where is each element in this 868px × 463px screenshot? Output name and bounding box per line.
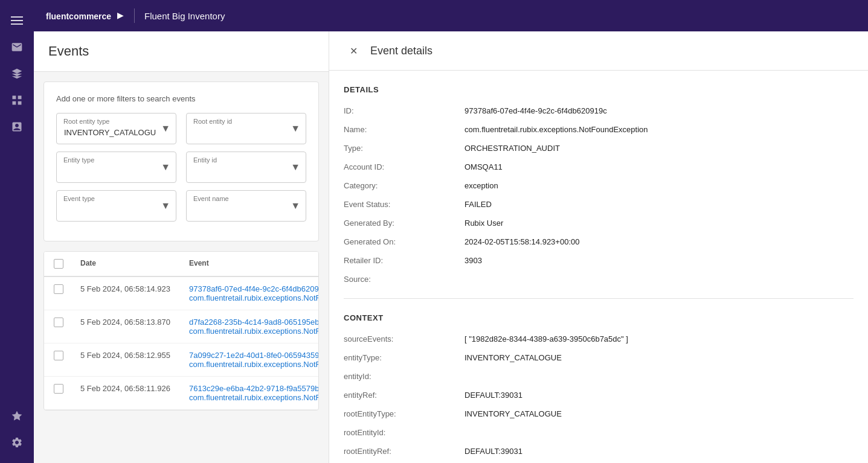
entity-ref-value: DEFAULT:39031 — [465, 391, 854, 400]
panel-title: Event details — [370, 45, 432, 57]
row4-date: 5 Feb 2024, 06:58:11.926 — [73, 384, 182, 393]
section-divider — [344, 298, 854, 299]
context-entity-type: entityType: INVENTORY_CATALOGUE — [344, 353, 854, 362]
grid-icon[interactable] — [6, 89, 28, 111]
name-value: com.fluentretail.rubix.exceptions.NotFou… — [465, 125, 854, 134]
filter-row-1: Root entity type INVENTORY_CATALOGUE, VI… — [56, 113, 306, 144]
generated-on-label: Generated On: — [344, 237, 465, 246]
close-icon: ✕ — [350, 45, 358, 57]
root-entity-type-wrapper: Root entity type INVENTORY_CATALOGUE, VI… — [56, 113, 176, 144]
filter-row-2: Entity type ▼ Entity id ▼ — [56, 152, 306, 183]
entity-id-label-ctx: entityId: — [344, 372, 465, 381]
account-id-label: Account ID: — [344, 162, 465, 171]
context-entity-id: entityId: — [344, 372, 854, 381]
root-entity-id-label-ctx: rootEntityId: — [344, 428, 465, 437]
context-root-entity-id: rootEntityId: — [344, 428, 854, 437]
type-value: ORCHESTRATION_AUDIT — [465, 144, 854, 153]
menu-icon[interactable] — [6, 10, 28, 31]
row2-date: 5 Feb 2024, 06:58:13.870 — [73, 318, 182, 327]
svg-rect-0 — [11, 16, 23, 18]
detail-type: Type: ORCHESTRATION_AUDIT — [344, 144, 854, 153]
category-label: Category: — [344, 181, 465, 190]
row1-checkbox[interactable] — [54, 284, 63, 294]
source-events-value: [ "1982d82e-8344-4389-a639-3950c6b7a5dc"… — [465, 334, 854, 343]
entity-id-label: Entity id — [193, 156, 217, 164]
inbox-icon[interactable] — [6, 36, 28, 58]
entity-type-label: entityType: — [344, 353, 465, 362]
events-title: Events — [48, 43, 314, 59]
settings-icon[interactable] — [6, 432, 28, 453]
entity-type-label: Entity type — [63, 156, 94, 164]
row1-event[interactable]: 97378af6-07ed-4f4e-9c2c-6f4db620919c com… — [182, 284, 319, 302]
details-section-title: DETAILS — [344, 85, 854, 94]
detail-category: Category: exception — [344, 181, 854, 190]
context-entity-ref: entityRef: DEFAULT:39031 — [344, 391, 854, 400]
retailer-id-value: 3903 — [465, 256, 854, 265]
row4-event[interactable]: 7613c29e-e6ba-42b2-9718-f9a5579b03ce com… — [182, 384, 319, 402]
panel-header: ✕ Event details — [329, 31, 868, 71]
header-checkbox-cell — [44, 259, 73, 269]
svg-text:fluentcommerce: fluentcommerce — [46, 11, 111, 21]
id-value: 97378af6-07ed-4f4e-9c2c-6f4db620919c — [465, 106, 854, 115]
event-status-label: Event Status: — [344, 200, 465, 209]
header-divider — [134, 8, 135, 23]
panel-body: DETAILS ID: 97378af6-07ed-4f4e-9c2c-6f4d… — [329, 71, 868, 463]
event-type-label: Event type — [63, 195, 95, 202]
source-events-label: sourceEvents: — [344, 334, 465, 343]
row2-checkbox[interactable] — [54, 318, 63, 327]
detail-id: ID: 97378af6-07ed-4f4e-9c2c-6f4db620919c — [344, 106, 854, 115]
root-entity-ref-value: DEFAULT:39031 — [465, 447, 854, 456]
root-entity-ref-label: rootEntityRef: — [344, 447, 465, 456]
chart-icon[interactable] — [6, 116, 28, 138]
header-event: Event — [182, 259, 318, 269]
id-label: ID: — [344, 106, 465, 115]
filter-row-3: Event type ▼ Event name ▼ — [56, 190, 306, 222]
table-row: 5 Feb 2024, 06:58:11.926 7613c29e-e6ba-4… — [44, 377, 318, 410]
row3-event[interactable]: 7a099c27-1e2d-40d1-8fe0-06594359581e com… — [182, 351, 319, 369]
detail-generated-on: Generated On: 2024-02-05T15:58:14.923+00… — [344, 237, 854, 246]
context-section-title: CONTEXT — [344, 313, 854, 322]
root-entity-type-label-ctx: rootEntityType: — [344, 409, 465, 418]
generated-by-label: Generated By: — [344, 219, 465, 228]
event-name-wrapper: Event name ▼ — [186, 190, 306, 222]
entity-ref-label: entityRef: — [344, 391, 465, 400]
row3-date: 5 Feb 2024, 06:58:12.955 — [73, 351, 182, 360]
entity-type-wrapper: Entity type ▼ — [56, 152, 176, 183]
row4-checkbox[interactable] — [54, 384, 63, 394]
detail-account-id: Account ID: OMSQA11 — [344, 162, 854, 171]
account-id-value: OMSQA11 — [465, 162, 854, 171]
close-button[interactable]: ✕ — [344, 41, 363, 60]
row3-checkbox-cell — [44, 351, 73, 360]
name-label: Name: — [344, 125, 465, 134]
root-entity-id-wrapper: Root entity id ▼ — [186, 113, 306, 144]
root-entity-id-label: Root entity id — [193, 118, 232, 125]
row4-checkbox-cell — [44, 384, 73, 394]
svg-rect-1 — [11, 20, 23, 21]
detail-source: Source: — [344, 275, 854, 284]
row3-checkbox[interactable] — [54, 351, 63, 360]
filters-section: Add one or more filters to search events… — [43, 81, 319, 241]
event-status-value: FAILED — [465, 200, 854, 209]
generated-by-value: Rubix User — [465, 219, 854, 228]
entity-type-value: INVENTORY_CATALOGUE — [465, 353, 854, 362]
detail-retailer-id: Retailer ID: 3903 — [344, 256, 854, 265]
detail-generated-by: Generated By: Rubix User — [344, 219, 854, 228]
table-row: 5 Feb 2024, 06:58:12.955 7a099c27-1e2d-4… — [44, 343, 318, 377]
table-row: 5 Feb 2024, 06:58:14.923 97378af6-07ed-4… — [44, 277, 318, 310]
context-root-entity-ref: rootEntityRef: DEFAULT:39031 — [344, 447, 854, 456]
header-checkbox[interactable] — [54, 259, 63, 269]
entity-id-wrapper: Entity id ▼ — [186, 152, 306, 183]
type-label: Type: — [344, 144, 465, 153]
content-area: Events Add one or more filters to search… — [34, 31, 868, 463]
layers-icon[interactable] — [6, 63, 28, 85]
sidebar — [0, 0, 34, 463]
events-panel: Events Add one or more filters to search… — [34, 31, 329, 463]
top-header: fluentcommerce ▶ Fluent Big Inventory — [34, 0, 868, 31]
table-header: Date Event — [44, 252, 318, 277]
context-source-events: sourceEvents: [ "1982d82e-8344-4389-a639… — [344, 334, 854, 343]
source-label: Source: — [344, 275, 465, 284]
root-entity-type-label: Root entity type — [63, 118, 109, 125]
context-root-entity-type: rootEntityType: INVENTORY_CATALOGUE — [344, 409, 854, 418]
row2-event[interactable]: d7fa2268-235b-4c14-9ad8-065195eb8c54 com… — [182, 318, 319, 336]
star-icon[interactable] — [6, 405, 28, 427]
